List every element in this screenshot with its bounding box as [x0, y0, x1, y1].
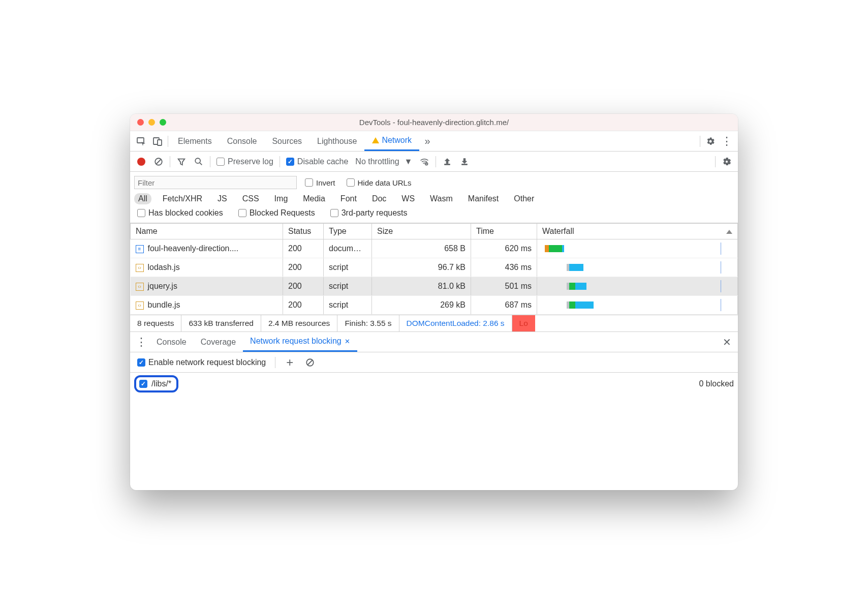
device-toolbar-icon[interactable]	[149, 133, 166, 149]
filter-input[interactable]	[134, 176, 297, 189]
pattern-checkbox[interactable]	[139, 380, 147, 388]
filter-type-img[interactable]: Img	[270, 193, 292, 204]
drawer-toolbar: Enable network request blocking +	[130, 352, 738, 373]
network-toolbar: Preserve log Disable cache No throttling…	[130, 152, 738, 172]
svg-line-9	[308, 360, 313, 365]
close-drawer-icon[interactable]: ✕	[719, 334, 735, 350]
disable-cache-checkbox[interactable]: Disable cache	[283, 157, 352, 166]
tab-lighthouse[interactable]: Lighthouse	[309, 131, 364, 151]
filter-type-manifest[interactable]: Manifest	[464, 193, 503, 204]
blocked-requests-checkbox[interactable]: Blocked Requests	[235, 208, 318, 218]
filter-type-fetchxhr[interactable]: Fetch/XHR	[159, 193, 206, 204]
tab-network[interactable]: Network	[364, 131, 419, 151]
close-tab-icon[interactable]: ✕	[345, 338, 350, 345]
col-name[interactable]: Name	[131, 224, 283, 239]
divider	[210, 156, 210, 167]
remove-all-patterns-icon[interactable]	[302, 354, 318, 371]
clear-icon[interactable]	[150, 154, 167, 170]
preserve-log-checkbox[interactable]: Preserve log	[213, 157, 276, 166]
document-icon: ≡	[136, 245, 144, 253]
divider	[168, 136, 168, 147]
svg-point-5	[195, 158, 200, 163]
filter-type-all[interactable]: All	[134, 193, 151, 204]
col-waterfall[interactable]: Waterfall	[537, 224, 738, 239]
status-load-truncated: Lo	[512, 315, 535, 331]
filter-type-doc[interactable]: Doc	[368, 193, 390, 204]
sort-asc-icon	[726, 230, 732, 234]
throttling-value: No throttling	[355, 157, 399, 166]
pattern-text[interactable]: /libs/*	[151, 379, 171, 388]
filter-area: Invert Hide data URLs AllFetch/XHRJSCSSI…	[130, 172, 738, 223]
record-button[interactable]	[137, 158, 145, 166]
filter-type-media[interactable]: Media	[299, 193, 329, 204]
upload-har-icon[interactable]	[439, 154, 455, 170]
kebab-menu-icon[interactable]: ⋮	[719, 133, 735, 149]
network-conditions-icon[interactable]	[416, 154, 432, 170]
col-type[interactable]: Type	[324, 224, 372, 239]
invert-checkbox[interactable]: Invert	[302, 178, 338, 187]
filter-type-css[interactable]: CSS	[238, 193, 263, 204]
download-har-icon[interactable]	[456, 154, 473, 170]
table-row[interactable]: ‹›jquery.js200script81.0 kB501 ms	[131, 277, 738, 296]
divider	[280, 156, 280, 167]
filter-type-other[interactable]: Other	[510, 193, 538, 204]
blocked-count: 0 blocked	[699, 379, 734, 388]
disable-cache-label: Disable cache	[297, 157, 349, 166]
add-pattern-icon[interactable]: +	[282, 354, 298, 371]
svg-line-4	[157, 159, 161, 164]
tab-elements[interactable]: Elements	[170, 131, 220, 151]
divider	[715, 156, 716, 167]
table-row[interactable]: ‹›lodash.js200script96.7 kB436 ms	[131, 258, 738, 277]
col-size[interactable]: Size	[372, 224, 471, 239]
filter-icon[interactable]	[173, 154, 190, 170]
enable-blocking-checkbox[interactable]: Enable network request blocking	[134, 358, 269, 367]
svg-rect-2	[158, 140, 162, 145]
filter-type-js[interactable]: JS	[213, 193, 231, 204]
tab-console[interactable]: Console	[220, 131, 265, 151]
hide-data-urls-checkbox[interactable]: Hide data URLs	[344, 178, 415, 187]
filter-type-wasm[interactable]: Wasm	[426, 193, 457, 204]
third-party-checkbox[interactable]: 3rd-party requests	[327, 208, 411, 218]
has-blocked-cookies-checkbox[interactable]: Has blocked cookies	[134, 208, 226, 218]
drawer-tab-console[interactable]: Console	[149, 332, 194, 352]
tab-sources[interactable]: Sources	[264, 131, 309, 151]
preserve-log-label: Preserve log	[228, 157, 273, 166]
more-tabs-icon[interactable]: »	[419, 133, 436, 149]
status-finish: Finish: 3.55 s	[337, 315, 399, 331]
search-icon[interactable]	[191, 154, 207, 170]
network-settings-icon[interactable]	[719, 154, 735, 170]
filter-type-font[interactable]: Font	[336, 193, 361, 204]
divider	[436, 156, 436, 167]
throttling-select[interactable]: No throttling ▼	[352, 157, 415, 166]
status-transferred: 633 kB transferred	[181, 315, 261, 331]
inspect-element-icon[interactable]	[133, 133, 149, 149]
table-row[interactable]: ‹›bundle.js200script269 kB687 ms	[131, 296, 738, 315]
status-domcontentloaded: DOMContentLoaded: 2.86 s	[399, 315, 512, 331]
filter-type-ws[interactable]: WS	[397, 193, 419, 204]
titlebar: DevTools - foul-heavenly-direction.glitc…	[130, 114, 738, 131]
network-table: Name Status Type Size Time Waterfall ≡fo…	[130, 223, 738, 315]
settings-icon[interactable]	[702, 133, 719, 149]
divider	[700, 136, 700, 147]
warning-icon	[372, 137, 379, 143]
script-icon: ‹›	[136, 283, 144, 291]
divider	[275, 357, 275, 368]
col-status[interactable]: Status	[283, 224, 324, 239]
table-header-row: Name Status Type Size Time Waterfall	[131, 224, 738, 239]
divider	[170, 156, 170, 167]
status-requests: 8 requests	[130, 315, 181, 331]
col-time[interactable]: Time	[471, 224, 537, 239]
svg-rect-0	[137, 138, 144, 143]
status-resources: 2.4 MB resources	[261, 315, 337, 331]
blocking-pattern-highlight: /libs/*	[134, 375, 178, 392]
drawer-tab-network-request-blocking[interactable]: Network request blocking✕	[243, 332, 357, 352]
window-title: DevTools - foul-heavenly-direction.glitc…	[130, 118, 738, 127]
table-row[interactable]: ≡foul-heavenly-direction....200docum…658…	[131, 239, 738, 258]
status-bar: 8 requests 633 kB transferred 2.4 MB res…	[130, 315, 738, 332]
svg-line-6	[200, 162, 202, 165]
drawer-kebab-icon[interactable]: ⋮	[133, 334, 149, 350]
blocking-pattern-row: /libs/* 0 blocked	[130, 373, 738, 395]
drawer-tab-coverage[interactable]: Coverage	[194, 332, 243, 352]
script-icon: ‹›	[136, 301, 144, 310]
chevron-down-icon: ▼	[405, 157, 413, 166]
